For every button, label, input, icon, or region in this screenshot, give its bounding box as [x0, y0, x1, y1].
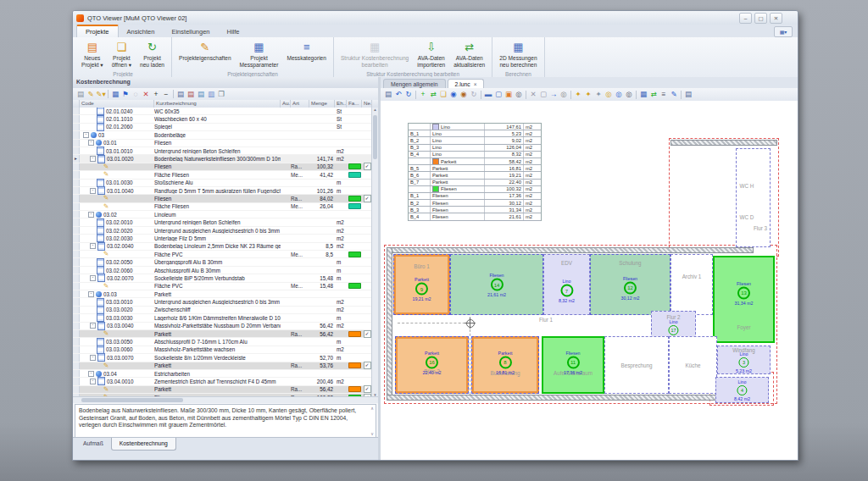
collapse-icon[interactable]: -	[88, 291, 94, 297]
collapse-icon[interactable]: -	[88, 140, 94, 146]
reload-project-button[interactable]: ↻Projekt neu laden	[136, 39, 168, 69]
tab-kostenberechnung[interactable]: Kostenberechnung	[111, 438, 176, 451]
column-header[interactable]	[73, 100, 80, 108]
users-icon[interactable]: ◉	[459, 90, 469, 99]
add-measure-icon[interactable]: +	[418, 90, 428, 99]
window-close-button[interactable]: ✕	[770, 13, 782, 24]
open-project-button[interactable]: ❏Projekt öffnen ▾	[108, 39, 135, 69]
measure-circle[interactable]: 14	[491, 279, 504, 291]
undo-icon[interactable]: ↶	[393, 90, 403, 99]
description-scrollbar[interactable]: ∧∨	[369, 405, 376, 437]
window-maximize-button[interactable]: ▢	[754, 13, 767, 24]
tool-wrench-icon[interactable]: ✦	[593, 90, 604, 99]
zoom-fit-icon[interactable]: ◎	[624, 90, 634, 99]
target-icon[interactable]: ◎	[559, 90, 569, 99]
tree-row[interactable]: -03.03.0070Sockelleiste 8/n 1/20mm Verde…	[73, 354, 372, 362]
room-edv[interactable]: EDVLino78,32 m2	[543, 254, 590, 315]
tool-pick-icon[interactable]: ✦	[573, 90, 583, 99]
zoom-out-icon[interactable]: ◎	[614, 90, 624, 99]
collapse-icon[interactable]: -	[90, 188, 96, 194]
collapse-icon[interactable]: -	[90, 355, 96, 361]
tree-row[interactable]: ✎Fläche FliesenMe...26,04	[73, 203, 372, 211]
tool-adjust-icon[interactable]: ✦	[583, 90, 593, 99]
measure-parameters-button[interactable]: ▦Projekt Messparameter	[236, 39, 282, 69]
edit-measure-icon[interactable]: ✎	[669, 90, 679, 99]
measure-circle[interactable]: 16	[426, 356, 438, 368]
tree-row[interactable]: ✎FliesenRa...84,02✓	[73, 195, 372, 202]
collapse-icon[interactable]: -	[90, 275, 96, 281]
close-icon[interactable]: ×	[474, 81, 477, 87]
room-buchhaltung[interactable]: BuchhaltungParkett816,81 m2	[471, 336, 539, 394]
collapse-icon[interactable]: -	[88, 212, 94, 218]
swap-measure-icon[interactable]: ⇄	[428, 90, 438, 99]
tree-row[interactable]: -03.01.0040Randfuge D 5mm T 5mm auskratz…	[73, 187, 372, 195]
ava-import-button[interactable]: ⇩AVA-Daten importieren	[414, 39, 448, 69]
scroll-thumb[interactable]	[373, 115, 377, 159]
folder-icon[interactable]: ❏	[438, 90, 448, 99]
column-header[interactable]: Fa...	[347, 100, 362, 108]
title-bar[interactable]: QTO Viewer [MuM QTO Viewer 02] –▢✕	[73, 11, 798, 25]
tree-row[interactable]: ▸-03.01.0020Bodenbelag Naturwerksteinfli…	[73, 155, 372, 163]
tree-row[interactable]: -03.02.0070Sockelleiste BiP 5/20mm Verbu…	[73, 274, 372, 282]
window-minimize-button[interactable]: –	[739, 13, 752, 24]
recalc-2d-button[interactable]: ▦2D Messungen neu berechnen	[496, 39, 540, 69]
measure-circle[interactable]: 4	[737, 385, 747, 395]
delete-icon[interactable]: ✕	[141, 90, 151, 99]
room-area[interactable]	[736, 148, 771, 247]
scroll-up-icon[interactable]: ∧	[370, 406, 374, 411]
print-icon[interactable]: ▤	[383, 90, 393, 99]
grid-horizontal-scrollbar[interactable]	[73, 396, 378, 403]
measure-circle[interactable]: 3	[738, 357, 748, 368]
remove-icon[interactable]: −	[161, 90, 171, 99]
circle-icon[interactable]: ◌	[131, 90, 141, 99]
grid-vertical-scrollbar[interactable]: ▲▼	[371, 108, 378, 397]
tree-row[interactable]: -03Bodenbeläge	[73, 131, 372, 139]
menu-tab-ansichten[interactable]: Ansichten	[119, 26, 164, 37]
tree-row[interactable]: ✎ParkettRa...56,42✓	[73, 386, 372, 394]
tree-row[interactable]: -03.04.0010Zementestrich Estrich auf Tre…	[73, 378, 372, 385]
room-schulung[interactable]: SchulungFliesen1230,12 m2	[590, 254, 670, 315]
print-plan-icon[interactable]: ▤	[683, 90, 693, 99]
detach-window-icon[interactable]: ❐	[216, 90, 226, 99]
column-header[interactable]: Au...	[281, 100, 291, 108]
column-header[interactable]: Code	[80, 100, 154, 108]
room-archiv-1[interactable]: Archiv 1	[670, 254, 713, 315]
room-area[interactable]: Fliesen1421,61 m2	[450, 254, 543, 315]
measure-circle[interactable]: 8	[499, 356, 512, 368]
new-entry-icon[interactable]: ▤	[75, 90, 86, 99]
room-büro-1[interactable]: Büro 1Parkett919,21 m2	[393, 254, 450, 315]
new-project-button[interactable]: ▤Neues Projekt ▾	[78, 39, 107, 69]
tree-row[interactable]: ✎FliesenRa...100,32✓	[73, 163, 372, 171]
report-icon[interactable]: ▥	[206, 90, 216, 99]
measure-circle[interactable]: 7	[560, 285, 573, 297]
measure-circle[interactable]: 11	[567, 356, 580, 368]
print-preview-icon[interactable]: ▤	[196, 90, 206, 99]
room-foyer[interactable]: FoyerFliesen1331,34 m2	[713, 256, 775, 343]
refresh-icon[interactable]: ↻	[403, 90, 414, 99]
room-büro-2[interactable]: Büro 2Parkett1622,40 m2	[395, 336, 469, 394]
column-header[interactable]: Ne...	[362, 100, 372, 108]
ava-update-button[interactable]: ⇄AVA-Daten aktualisieren	[450, 39, 488, 69]
column-header[interactable]: Art	[291, 100, 309, 108]
room-besprechung[interactable]: Besprechung	[604, 336, 669, 394]
measure-circle[interactable]: 12	[624, 281, 637, 294]
column-header[interactable]: Menge	[309, 100, 335, 108]
collapse-icon[interactable]: -	[90, 379, 96, 384]
print-icon[interactable]: ▤	[175, 90, 186, 99]
add-icon[interactable]: +	[151, 90, 161, 99]
measure-categories-button[interactable]: ≡Messkategorien	[283, 39, 330, 69]
collapse-icon[interactable]: -	[90, 323, 96, 329]
tree-row[interactable]: ✎Fläche PVCMe...15,48	[73, 283, 372, 290]
measure-table-icon[interactable]: ▦	[638, 90, 648, 99]
sync-icon[interactable]: ⇄	[648, 90, 659, 99]
collapse-icon[interactable]: -	[83, 132, 89, 138]
project-properties-button[interactable]: ✎Projekteigenschaften	[175, 39, 235, 69]
menu-tab-einstellungen[interactable]: Einstellungen	[163, 26, 218, 37]
layout-icon[interactable]: ▦	[110, 90, 120, 99]
tab-aufmaß[interactable]: Aufmaß	[75, 438, 111, 451]
room-aufenthaltsraum[interactable]: AufenthaltsraumFliesen1117,36 m2	[542, 336, 604, 394]
room-area[interactable]: Lino48,42 m2	[715, 377, 769, 403]
layers-icon[interactable]: ≡	[659, 90, 669, 99]
screen-icon[interactable]: ▬	[483, 90, 493, 99]
measure-circle[interactable]: 9	[415, 283, 428, 296]
